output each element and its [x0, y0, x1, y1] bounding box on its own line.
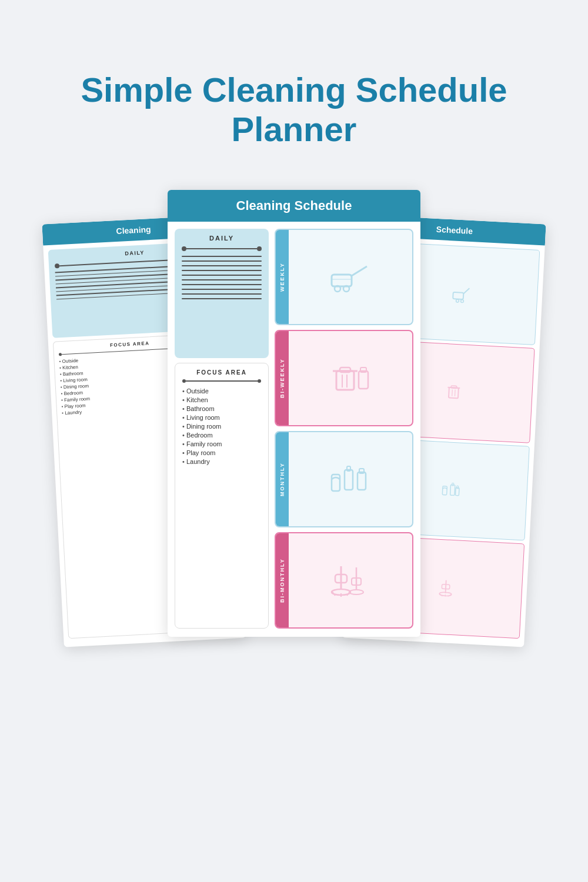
svg-rect-33 — [345, 470, 353, 490]
center-left-column: DAILY — [175, 229, 269, 629]
svg-point-2 — [456, 299, 459, 302]
weekly-label: WEEKLY — [276, 230, 289, 324]
daily-box: DAILY — [175, 229, 269, 358]
svg-line-1 — [463, 288, 469, 294]
focus-item-playroom: Play room — [182, 448, 261, 457]
weekly-box: WEEKLY — [275, 229, 413, 325]
center-card-header: Cleaning Schedule — [168, 190, 420, 222]
svg-rect-10 — [450, 485, 455, 496]
cleaning-supplies-icon-right — [439, 478, 463, 500]
trash-icon-right — [444, 380, 469, 403]
cards-container: Cleaning DAILY — [53, 172, 535, 672]
cleaning-supplies-icon — [327, 462, 374, 497]
center-right-column: WEEKLY BI-WEEKLY — [275, 229, 413, 629]
svg-rect-35 — [358, 472, 366, 490]
focus-item-bathroom: Bathroom — [182, 404, 261, 413]
svg-rect-30 — [359, 371, 368, 389]
slider-dot-1 — [182, 246, 186, 251]
bimonthly-box: BI-MONTHLY — [275, 532, 413, 629]
monthly-label: MONTHLY — [276, 432, 289, 526]
daily-lines — [182, 256, 262, 299]
svg-rect-4 — [449, 387, 459, 398]
bimonthly-icon-area — [289, 533, 412, 627]
monthly-icon-area — [289, 432, 412, 526]
daily-slider — [182, 246, 262, 251]
daily-title: DAILY — [182, 235, 262, 242]
focus-item-familyroom: Family room — [182, 439, 261, 448]
focus-area-list: Outside Kitchen Bathroom Living room Din… — [182, 386, 261, 466]
svg-line-14 — [446, 580, 446, 593]
focus-item-diningroom: Dining room — [182, 422, 261, 430]
svg-point-45 — [349, 590, 363, 594]
center-card-body: DAILY — [168, 222, 420, 636]
vacuum-icon — [327, 259, 374, 295]
monthly-box: MONTHLY — [275, 431, 413, 527]
svg-rect-12 — [455, 488, 459, 496]
focus-item-laundry: Laundry — [182, 457, 261, 466]
focus-item-kitchen: Kitchen — [182, 395, 261, 404]
focus-item-livingroom: Living room — [182, 413, 261, 422]
center-card: Cleaning Schedule DAILY — [168, 190, 420, 637]
focus-slider — [182, 379, 261, 383]
svg-rect-25 — [336, 371, 354, 390]
focus-item-bedroom: Bedroom — [182, 430, 261, 439]
weekly-icon-area — [289, 230, 412, 324]
focus-area-box: FOCUS AREA Outside Kitchen Bathroom Livi… — [175, 363, 269, 629]
slider-dot-left — [55, 264, 59, 269]
focus-item-outside: Outside — [182, 386, 261, 395]
svg-rect-20 — [332, 275, 352, 286]
slider-dot-2 — [257, 246, 262, 251]
bimonthly-label: BI-MONTHLY — [276, 533, 289, 627]
vacuum-icon-right — [449, 282, 473, 305]
svg-line-21 — [352, 266, 367, 276]
slider-line-1 — [186, 248, 257, 249]
biweekly-box: BI-WEEKLY — [275, 330, 413, 426]
page-title: Simple Cleaning Schedule Planner — [81, 71, 507, 149]
biweekly-icon-area — [289, 331, 412, 425]
svg-point-3 — [460, 300, 463, 303]
mop-icon-right — [433, 576, 458, 599]
svg-line-7 — [452, 389, 453, 396]
mop-icon — [327, 563, 374, 598]
svg-rect-0 — [453, 292, 463, 299]
biweekly-label: BI-WEEKLY — [276, 331, 289, 425]
trash-icon — [327, 360, 374, 396]
svg-line-8 — [455, 390, 456, 396]
focus-area-title: FOCUS AREA — [182, 369, 261, 376]
